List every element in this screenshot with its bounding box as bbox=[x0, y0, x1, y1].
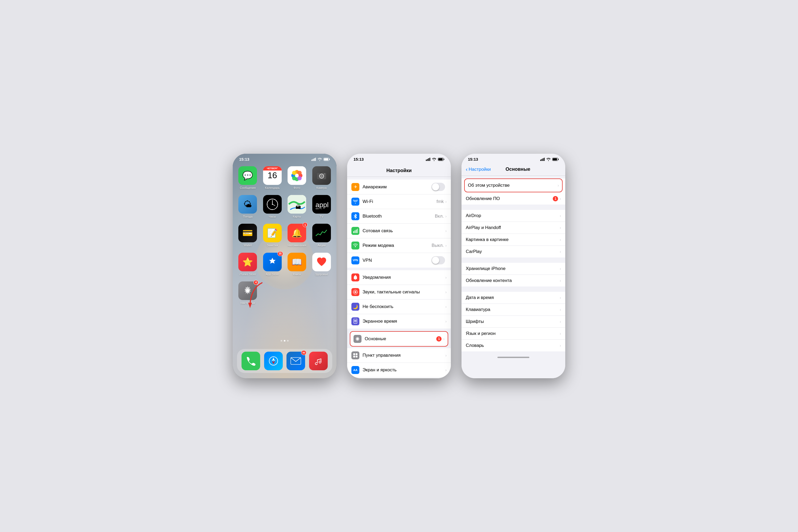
app-label-reminders: Напоминания bbox=[288, 244, 306, 247]
chevron-control: › bbox=[445, 353, 446, 358]
toggle-airplane[interactable] bbox=[432, 183, 445, 191]
settings-row-airplane[interactable]: ✈ Авиарежим bbox=[347, 179, 451, 194]
svg-line-24 bbox=[272, 204, 275, 206]
icon-screentime bbox=[352, 317, 359, 325]
app-photos[interactable]: Фото bbox=[287, 166, 307, 190]
value-hotspot: Выкл. bbox=[432, 243, 444, 248]
general-row-bgrefresh[interactable]: Обновление контента › bbox=[461, 275, 565, 286]
svg-point-28 bbox=[277, 204, 278, 205]
toggle-vpn[interactable] bbox=[432, 256, 445, 264]
settings-row-bluetooth[interactable]: Bluetooth Вкл. › bbox=[347, 209, 451, 224]
general-row-dictionary[interactable]: Словарь › bbox=[461, 340, 565, 352]
app-camera[interactable]: Камера bbox=[312, 166, 331, 190]
app-books[interactable]: 📖 Книги bbox=[287, 253, 307, 276]
general-row-keyboard[interactable]: Клавиатура › bbox=[461, 304, 565, 316]
app-reminders[interactable]: 🔔 1 Напоминания bbox=[287, 224, 307, 247]
battery-icon-2 bbox=[438, 158, 444, 161]
app-appstore[interactable]: 35 App Store bbox=[263, 253, 282, 276]
settings-header: Настройки bbox=[347, 164, 451, 177]
settings-row-display[interactable]: AA Экран и яркость › bbox=[347, 363, 451, 377]
label-carplay: CarPlay bbox=[466, 249, 560, 254]
chevron-cellular: › bbox=[445, 229, 446, 233]
app-label-camera: Камера bbox=[317, 186, 327, 190]
general-row-language[interactable]: Язык и регион › bbox=[461, 328, 565, 340]
general-row-airplay[interactable]: AirPlay и Handoff › bbox=[461, 222, 565, 234]
label-notifications: Уведомления bbox=[363, 275, 445, 280]
general-row-carplay[interactable]: CarPlay › bbox=[461, 246, 565, 258]
app-stocks[interactable]: Акции bbox=[312, 224, 331, 247]
app-notes[interactable]: 📝 Заметки bbox=[263, 224, 282, 247]
clock-svg bbox=[266, 198, 279, 210]
app-label-clock: Часы bbox=[269, 215, 276, 218]
chevron-about: › bbox=[557, 183, 559, 188]
settings-row-sounds[interactable]: Звуки, тактильные сигналы › bbox=[347, 285, 451, 300]
general-row-update[interactable]: Обновление ПО 1 › bbox=[461, 193, 565, 205]
dock-safari[interactable] bbox=[264, 352, 283, 370]
app-label-stocks: Акции bbox=[317, 244, 326, 247]
svg-rect-51 bbox=[355, 230, 355, 233]
app-maps[interactable]: 🏔 Карты bbox=[287, 195, 307, 218]
svg-rect-45 bbox=[428, 158, 429, 161]
general-row-fonts[interactable]: Шрифты › bbox=[461, 316, 565, 328]
dock-icon-music bbox=[309, 352, 328, 370]
general-list[interactable]: Об этом устройстве › Обновление ПО 1 › A… bbox=[461, 176, 565, 378]
dock-phone[interactable] bbox=[242, 352, 260, 370]
label-about: Об этом устройстве bbox=[468, 183, 557, 188]
general-row-storage[interactable]: Хранилище iPhone › bbox=[461, 263, 565, 275]
camera-svg bbox=[317, 172, 326, 179]
photos-flower-svg bbox=[290, 169, 304, 182]
dock-mail[interactable]: 95 bbox=[286, 352, 305, 370]
general-row-airdrop[interactable]: AirDrop › bbox=[461, 210, 565, 222]
app-itunes[interactable]: ⭐ iTunes Store bbox=[238, 253, 258, 276]
app-icon-stocks bbox=[312, 224, 331, 242]
back-button[interactable]: ‹ Настройки bbox=[466, 166, 491, 172]
svg-rect-43 bbox=[426, 159, 427, 161]
svg-marker-34 bbox=[248, 303, 252, 308]
settings-row-homescreen[interactable]: Экран «Домой» › bbox=[347, 377, 451, 378]
general-section-2: AirDrop › AirPlay и Handoff › Картинка в… bbox=[461, 210, 565, 258]
settings-row-wifi[interactable]: Wi-Fi fmk › bbox=[347, 194, 451, 209]
app-icon-tv: apple TV bbox=[312, 195, 331, 214]
app-label-health: Здоровье bbox=[315, 273, 328, 276]
app-messages[interactable]: 💬 Сообщения bbox=[238, 166, 258, 190]
label-keyboard: Клавиатура bbox=[466, 307, 560, 312]
settings-row-control[interactable]: Пункт управления › bbox=[347, 348, 451, 363]
chevron-fonts: › bbox=[560, 320, 561, 324]
settings-row-notifications[interactable]: Уведомления › bbox=[347, 270, 451, 285]
mail-svg bbox=[290, 357, 301, 365]
svg-rect-52 bbox=[356, 230, 357, 233]
status-bar-2: 15:13 bbox=[347, 154, 451, 164]
icon-bluetooth bbox=[352, 212, 359, 220]
app-wallet[interactable]: 💳 Wallet bbox=[238, 224, 258, 247]
app-clock[interactable]: Часы bbox=[263, 195, 282, 218]
app-health[interactable]: Здоровье bbox=[312, 253, 331, 276]
dot-2 bbox=[284, 340, 285, 342]
svg-rect-5 bbox=[329, 158, 330, 160]
settings-row-hotspot[interactable]: Режим модема Выкл. › bbox=[347, 238, 451, 253]
dock-music[interactable] bbox=[309, 352, 328, 370]
settings-row-screentime[interactable]: Экранное время › bbox=[347, 314, 451, 328]
general-section-4: Дата и время › Клавиатура › Шрифты › Язы… bbox=[461, 292, 565, 352]
svg-rect-74 bbox=[553, 158, 557, 160]
app-calendar[interactable]: ЧЕТВЕРГ 16 Календарь bbox=[263, 166, 282, 190]
settings-row-cellular[interactable]: Сотовая связь › bbox=[347, 224, 451, 238]
app-icon-health bbox=[312, 253, 331, 271]
general-row-pip[interactable]: Картинка в картинке › bbox=[461, 234, 565, 246]
general-row-about-highlighted[interactable]: Об этом устройстве › bbox=[464, 178, 563, 192]
settings-row-dnd[interactable]: 🌙 Не беспокоить › bbox=[347, 300, 451, 314]
settings-list[interactable]: ✈ Авиарежим Wi-Fi fmk › bbox=[347, 177, 451, 378]
label-wifi: Wi-Fi bbox=[363, 199, 437, 204]
icon-control bbox=[352, 352, 359, 359]
value-wifi: fmk bbox=[437, 199, 444, 204]
app-icon-books: 📖 bbox=[288, 253, 306, 271]
app-weather[interactable]: 🌤 Погода bbox=[238, 195, 258, 218]
settings-section-notif: Уведомления › Звуки, тактильные сигналы … bbox=[347, 270, 451, 328]
settings-row-general-highlighted[interactable]: Основные 1 › bbox=[350, 331, 448, 347]
chevron-general: › bbox=[443, 337, 444, 341]
app-label-calendar: Календарь bbox=[265, 186, 280, 190]
app-tv[interactable]: apple TV TV bbox=[312, 195, 331, 218]
label-airplane: Авиарежим bbox=[363, 184, 432, 190]
settings-row-vpn[interactable]: VPN VPN bbox=[347, 253, 451, 268]
general-row-datetime[interactable]: Дата и время › bbox=[461, 292, 565, 304]
chevron-dnd: › bbox=[445, 305, 446, 309]
